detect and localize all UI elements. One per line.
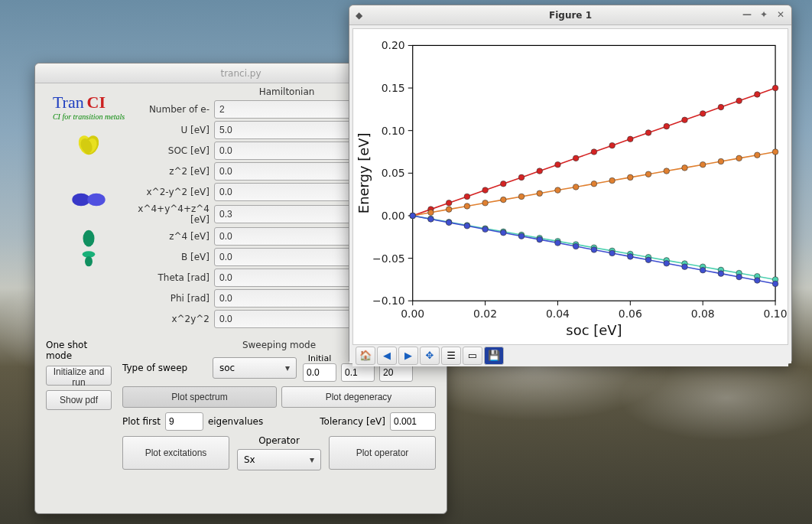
- svg-text:0.20: 0.20: [382, 39, 405, 51]
- tol-label: Tolerancy [eV]: [320, 416, 385, 427]
- maximize-icon[interactable]: ✦: [758, 8, 770, 21]
- sweep-steps-input[interactable]: [379, 363, 413, 382]
- sweep-final-input[interactable]: [341, 363, 375, 382]
- field-label: x^2y^2: [133, 314, 209, 324]
- svg-point-101: [410, 213, 416, 219]
- field-label: U [eV]: [133, 125, 209, 135]
- chart-plot-area[interactable]: 0.000.020.040.060.080.10−0.10−0.050.000.…: [352, 28, 788, 345]
- orbital-yellow-icon: [70, 132, 108, 170]
- minimize-icon[interactable]: —: [741, 8, 753, 21]
- config-icon[interactable]: ☰: [441, 347, 461, 365]
- svg-point-41: [464, 194, 470, 200]
- svg-point-114: [645, 257, 651, 263]
- svg-point-46: [555, 161, 561, 168]
- window-title: tranci.py: [220, 68, 261, 79]
- svg-point-52: [664, 123, 670, 129]
- svg-point-111: [591, 247, 597, 253]
- pan-icon[interactable]: ✥: [420, 347, 440, 365]
- svg-point-58: [772, 85, 778, 91]
- svg-point-76: [718, 158, 724, 164]
- field-label: SOC [eV]: [133, 145, 209, 156]
- zoom-icon[interactable]: ▭: [463, 347, 482, 365]
- svg-point-54: [700, 111, 706, 117]
- titlebar-figure[interactable]: ◆ Figure 1 — ✦ ✕: [349, 5, 791, 25]
- svg-text:Energy [eV]: Energy [eV]: [356, 132, 372, 213]
- svg-point-6: [83, 230, 95, 247]
- field-label: x^2-y^2 [eV]: [133, 187, 209, 197]
- initialize-run-button[interactable]: Initialize and run: [46, 366, 112, 386]
- sweep-type-select[interactable]: soc: [213, 357, 297, 379]
- svg-text:−0.10: −0.10: [372, 295, 405, 307]
- field-label: Theta [rad]: [133, 272, 209, 283]
- svg-point-8: [85, 256, 93, 266]
- field-label: B [eV]: [133, 252, 209, 262]
- forward-icon[interactable]: ▶: [398, 347, 418, 365]
- svg-point-57: [755, 92, 761, 98]
- svg-point-107: [518, 233, 525, 239]
- svg-point-120: [755, 278, 761, 284]
- figure-toolbar: 🏠 ◀ ▶ ✥ ☰ ▭ 💾: [352, 345, 788, 366]
- close-icon[interactable]: ✕: [775, 8, 787, 21]
- plot-degeneracy-button[interactable]: Plot degeneracy: [281, 386, 436, 408]
- field-label: x^4+y^4+z^4 [eV]: [133, 203, 209, 225]
- svg-point-73: [664, 168, 670, 174]
- back-icon[interactable]: ◀: [377, 347, 397, 365]
- svg-point-48: [591, 149, 597, 155]
- svg-point-117: [700, 267, 706, 273]
- svg-text:0.02: 0.02: [473, 308, 497, 320]
- app-icon: ◆: [356, 10, 362, 21]
- plot-first-input[interactable]: [165, 412, 203, 431]
- svg-text:0.15: 0.15: [382, 82, 405, 94]
- plot-spectrum-button[interactable]: Plot spectrum: [122, 386, 277, 408]
- svg-point-45: [537, 168, 543, 174]
- svg-point-108: [537, 236, 543, 242]
- operator-select[interactable]: Sx: [237, 449, 321, 470]
- svg-point-112: [609, 250, 615, 256]
- svg-text:−0.05: −0.05: [372, 252, 405, 265]
- tolerancy-input[interactable]: [390, 412, 436, 431]
- figure-window: ◆ Figure 1 — ✦ ✕ 0.000.020.040.060.080.1…: [349, 5, 792, 364]
- svg-point-60: [428, 210, 434, 216]
- svg-point-42: [482, 187, 489, 194]
- sweep-type-label: Type of sweep: [122, 363, 206, 373]
- svg-point-61: [446, 207, 452, 213]
- svg-text:0.00: 0.00: [401, 308, 424, 320]
- field-label: z^4 [eV]: [133, 231, 209, 242]
- svg-text:0.04: 0.04: [546, 308, 570, 320]
- svg-point-74: [682, 165, 688, 171]
- field-label: z^2 [eV]: [133, 166, 209, 177]
- svg-text:0.05: 0.05: [382, 167, 405, 179]
- svg-text:0.10: 0.10: [382, 125, 405, 137]
- svg-point-118: [718, 271, 724, 277]
- svg-point-77: [736, 155, 742, 161]
- svg-point-110: [573, 243, 579, 249]
- svg-point-47: [573, 155, 579, 161]
- figure-title: Figure 1: [549, 10, 592, 21]
- svg-point-50: [628, 136, 634, 142]
- svg-point-121: [772, 281, 778, 287]
- field-label: Phi [rad]: [133, 293, 209, 304]
- orbital-blue-icon: [70, 181, 108, 219]
- svg-point-78: [755, 152, 761, 158]
- svg-point-65: [518, 194, 525, 200]
- svg-point-103: [446, 220, 452, 226]
- svg-point-55: [718, 104, 724, 110]
- svg-point-70: [609, 177, 615, 184]
- show-pdf-button[interactable]: Show pdf: [46, 390, 112, 410]
- plot-operator-button[interactable]: Plot operator: [329, 436, 436, 470]
- svg-point-66: [537, 190, 543, 197]
- plot-excitations-button[interactable]: Plot excitations: [122, 436, 229, 470]
- operator-heading: Operator: [237, 435, 321, 446]
- home-icon[interactable]: 🏠: [356, 347, 375, 365]
- svg-point-119: [736, 274, 742, 280]
- svg-point-106: [501, 229, 507, 236]
- svg-point-40: [446, 200, 452, 206]
- logo: Tran CI CI for transition metals: [53, 93, 125, 121]
- svg-point-104: [464, 223, 470, 229]
- svg-point-75: [700, 161, 706, 168]
- svg-rect-9: [413, 45, 775, 301]
- sweep-initial-input[interactable]: [303, 363, 336, 382]
- save-icon[interactable]: 💾: [484, 347, 504, 365]
- svg-point-5: [87, 194, 105, 207]
- svg-point-109: [555, 240, 561, 246]
